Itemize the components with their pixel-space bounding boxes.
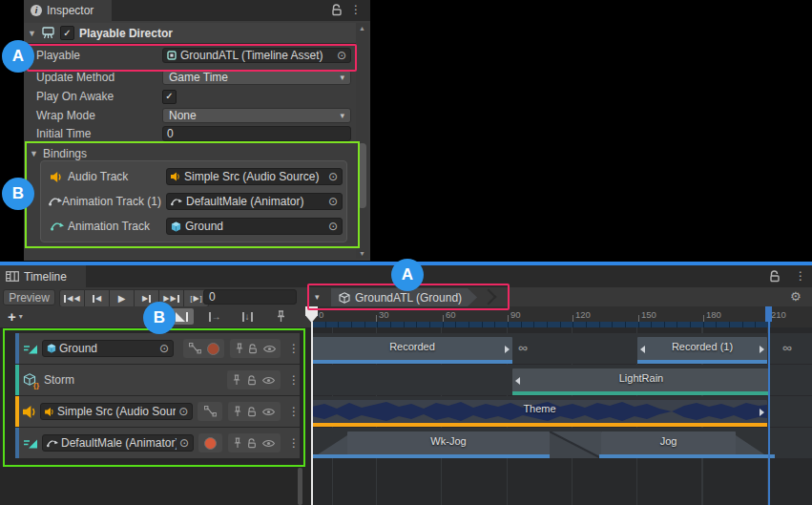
- wrap-mode-dropdown[interactable]: None ▾: [162, 108, 351, 123]
- object-picker-icon[interactable]: ⊙: [328, 221, 338, 232]
- lock-icon[interactable]: [331, 4, 343, 16]
- tab-inspector[interactable]: i Inspector: [24, 0, 112, 21]
- record-button[interactable]: [207, 343, 219, 355]
- kebab-menu-icon[interactable]: ⋮: [350, 4, 362, 15]
- lock-icon[interactable]: [248, 344, 258, 354]
- mute-eye-icon[interactable]: [262, 439, 275, 448]
- clip-crossfade[interactable]: [550, 431, 601, 458]
- track-kebab-icon[interactable]: ⋮: [288, 343, 300, 354]
- binding-object-field[interactable]: DefaultMale (Animator) ⊙: [166, 193, 343, 210]
- add-track-button[interactable]: + ▾: [8, 308, 23, 325]
- mute-eye-icon[interactable]: [262, 376, 275, 385]
- tab-timeline-label: Timeline: [24, 270, 67, 284]
- timeline-vertical-scrollbar[interactable]: [298, 468, 302, 505]
- object-picker-icon[interactable]: ⊙: [337, 50, 346, 61]
- clip-edge-handle[interactable]: [760, 409, 764, 416]
- lock-icon[interactable]: [247, 375, 257, 386]
- tab-inspector-label: Inspector: [47, 4, 94, 17]
- clip-recorded[interactable]: Recorded: [312, 337, 512, 364]
- clip-recorded-1[interactable]: Recorded (1): [637, 337, 767, 364]
- frame-number-input[interactable]: 0: [203, 289, 297, 305]
- track-kebab-icon[interactable]: ⋮: [288, 374, 300, 386]
- playhead-line[interactable]: [311, 322, 313, 505]
- track-color-stripe: [15, 365, 19, 395]
- track-header-storm[interactable]: {} Storm ⋮: [15, 365, 300, 395]
- clip-edge-handle[interactable]: [505, 346, 510, 353]
- go-to-start-button[interactable]: ◀◀: [59, 289, 85, 307]
- mute-eye-icon[interactable]: [263, 345, 276, 353]
- foldout-icon[interactable]: ▼: [30, 149, 38, 158]
- callout-b-inspector: B: [2, 178, 34, 210]
- frame-number-value: 0: [209, 290, 216, 304]
- dropdown-arrow-icon: ▾: [19, 312, 23, 321]
- inspector-scrollbar[interactable]: ▲ ▼: [356, 23, 368, 259]
- binding-track-name: Audio Track: [68, 170, 128, 183]
- track-object-name: Ground: [59, 342, 156, 355]
- marker-pin-icon[interactable]: [268, 308, 293, 325]
- track-header-ground[interactable]: Ground ⊙ ⋮: [15, 333, 300, 364]
- track-record-group: [198, 433, 222, 452]
- animator-icon: [47, 439, 58, 448]
- audio-track-icon: [23, 406, 36, 418]
- wrap-mode-label: Wrap Mode: [36, 109, 95, 122]
- lock-icon[interactable]: [247, 407, 257, 417]
- callout-a-inspector: A: [2, 40, 34, 73]
- object-picker-icon[interactable]: ⊙: [328, 196, 338, 207]
- lock-icon[interactable]: [247, 438, 257, 449]
- gameobject-cube-icon: [171, 221, 181, 232]
- track-options-group: [227, 370, 281, 389]
- pin-icon[interactable]: [236, 343, 243, 354]
- initial-time-input[interactable]: 0: [162, 126, 351, 141]
- track-name-label: Storm: [44, 373, 74, 387]
- initial-time-value: 0: [167, 127, 174, 140]
- binding-value: DefaultMale (Animator): [186, 195, 303, 208]
- pin-icon[interactable]: [234, 406, 241, 417]
- replace-mode-button[interactable]: ↓: [235, 308, 260, 325]
- binding-object-field[interactable]: Ground ⊙: [166, 218, 343, 235]
- binding-object-field[interactable]: Simple Src (Audio Source) ⊙: [166, 168, 343, 185]
- previous-frame-button[interactable]: ◀: [85, 289, 110, 307]
- track-header-defaultmale[interactable]: DefaultMale (Animator) ⊙ ⋮: [15, 428, 300, 458]
- object-picker-icon[interactable]: ⊙: [159, 343, 169, 354]
- playable-value: GroundATL (Timeline Asset): [180, 49, 323, 62]
- playable-object-field[interactable]: GroundATL (Timeline Asset) ⊙: [162, 48, 351, 63]
- component-enabled-checkbox[interactable]: ✓: [60, 26, 74, 40]
- tab-timeline[interactable]: Timeline: [0, 265, 86, 287]
- scroll-down-icon[interactable]: ▼: [356, 250, 368, 257]
- audio-source-icon: [45, 408, 54, 416]
- track-curve-group: [198, 402, 222, 421]
- record-button[interactable]: [204, 437, 217, 450]
- clip-edge-handle[interactable]: [760, 346, 764, 353]
- clip-underline: [312, 454, 550, 458]
- track-object-field[interactable]: Ground ⊙: [42, 340, 174, 357]
- object-picker-icon[interactable]: ⊙: [179, 437, 189, 449]
- preview-button[interactable]: Preview: [3, 289, 55, 305]
- foldout-icon[interactable]: ▼: [28, 29, 36, 38]
- clip-theme-audio[interactable]: Theme: [312, 400, 767, 427]
- update-method-dropdown[interactable]: Game Time ▾: [162, 70, 351, 85]
- curves-icon[interactable]: [204, 406, 217, 417]
- curves-icon[interactable]: [189, 343, 201, 354]
- track-object-field[interactable]: DefaultMale (Animator) ⊙: [42, 434, 194, 452]
- play-on-awake-checkbox[interactable]: ✓: [162, 90, 177, 104]
- track-header-audio[interactable]: Simple Src (Audio Sour ⊙ ⋮: [15, 396, 300, 427]
- track-kebab-icon[interactable]: ⋮: [288, 406, 300, 417]
- pin-icon[interactable]: [234, 437, 241, 449]
- object-picker-icon[interactable]: ⊙: [178, 406, 188, 417]
- bindings-panel: Audio Track Simple Src (Audio Source) ⊙ …: [40, 160, 347, 242]
- mute-eye-icon[interactable]: [262, 408, 275, 416]
- binding-track-name: Animation Track (1): [62, 195, 161, 208]
- audio-track-icon: [51, 172, 62, 182]
- scroll-up-icon[interactable]: ▲: [356, 25, 368, 32]
- binding-value: Ground: [185, 220, 223, 233]
- scrollbar-thumb[interactable]: [358, 143, 366, 208]
- play-button[interactable]: ▶: [110, 289, 135, 307]
- track-object-field[interactable]: Simple Src (Audio Sour ⊙: [40, 403, 193, 420]
- track-kebab-icon[interactable]: ⋮: [288, 437, 300, 449]
- object-picker-icon[interactable]: ⊙: [328, 171, 338, 182]
- clip-lightrain[interactable]: LightRain: [512, 368, 770, 395]
- pin-icon[interactable]: [233, 374, 240, 386]
- component-title: Playable Director: [79, 27, 173, 40]
- animation-track-icon: [49, 197, 62, 206]
- ripple-mode-button[interactable]: →: [202, 308, 227, 325]
